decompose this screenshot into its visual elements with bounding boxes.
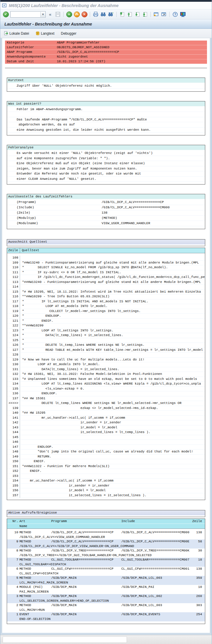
monitor-icon: [180, 12, 186, 17]
page-down-button[interactable]: [134, 11, 140, 17]
source-code-text: [20, 285, 205, 289]
find-button[interactable]: [100, 11, 106, 17]
stack-include: /GIB/CL_DCP_C_ALV=============CM00E: [121, 539, 190, 544]
source-code-text: *# Now we have to call the uc for multip…: [20, 358, 205, 362]
find-next-button[interactable]: [108, 11, 114, 17]
: [7, 544, 19, 549]
source-code-line: 156 ir_model = lr_model: [7, 488, 205, 493]
stack-name: /GIB/CL_DCP_C_ALV=>/GIB/IF_DCP_VIEW_HAND…: [19, 544, 205, 549]
trigger-location-value: (METHOD): [102, 216, 205, 221]
new-session-button[interactable]: [153, 11, 159, 17]
source-code-text: *##HW13240 - Funktionsparametrisierung a…: [20, 280, 205, 285]
source-code-text: *#HW13240 - Funktionsparametrisierung au…: [20, 261, 205, 265]
stack-name: CL_GUI_TOOLBAR=>DISPATCH: [19, 562, 205, 567]
local-file-button[interactable]: Lokale Datei: [4, 31, 29, 36]
status-bar: [0, 635, 212, 644]
source-code-line: 110* SELECT SINGLE kz_no_model FROM /gib…: [7, 265, 205, 270]
source-code-text: "don't jump into the original call_uc, c…: [20, 450, 205, 454]
stack-programm: /GIB/DCP_MAIN: [51, 576, 121, 581]
source-code-text: ir_sender = ir_sender: [20, 420, 205, 425]
trigger-location-row: (Include)/GIB/CL_DCP_C_ALV=============C…: [7, 205, 205, 210]
back-button[interactable]: «: [66, 11, 72, 17]
stack-art: METHOD: [19, 567, 51, 571]
stack-art: METHOD: [19, 603, 51, 608]
error-header-value: ABAP Programmierfehler: [57, 41, 207, 45]
call-stack-line2: LCL_MAIN=>RUN: [7, 608, 205, 613]
source-code-text: LOOP AT mt_models INTO lr_model.: [20, 362, 205, 367]
exit-button[interactable]: [74, 11, 80, 17]
source-code-text: ENDLOOP.: [20, 445, 205, 450]
line-number: 110: [7, 265, 20, 270]
error-header-label: ABAP Programm: [7, 50, 57, 54]
error-header-label: Anwendungskomponente: [7, 55, 57, 59]
first-page-button[interactable]: [119, 11, 125, 17]
call-stack-line2: END-OF-SELECTION: [7, 617, 205, 622]
line-number: 129: [7, 358, 20, 362]
: [7, 562, 19, 567]
error-summary-table: KategorieABAP ProgrammierfehlerLaufzeitf…: [5, 41, 207, 64]
column-header-zeile: Zeile: [190, 519, 205, 524]
layout-settings-button[interactable]: [180, 11, 186, 17]
collapse-toolbar-icon[interactable]: «: [47, 11, 53, 17]
source-code-line: 130 LOOP AT mt_models INTO lr_model.: [7, 362, 205, 367]
save-button[interactable]: [55, 11, 61, 17]
stack-nr: 7: [7, 558, 19, 562]
source-code-line: 117* IF lt_settings IS INITIAL AND mt_mo…: [7, 299, 205, 304]
source-code-line: 126* DELETE lt_temp_lines WHERE settings…: [7, 343, 205, 348]
call-stack-line1: 8METHOD/GIB/CL_DCP_V_TREE============CP/…: [7, 549, 205, 553]
call-stack-row: 6METHODCL_GUI_CFW====================CPC…: [7, 567, 205, 576]
source-code-line: 120* ENDLOOP.: [7, 314, 205, 319]
create-shortcut-button[interactable]: [161, 11, 167, 17]
source-code-text: *## HW 15295: [20, 411, 205, 415]
source-code-text: it_selected_lines = it_selected_lines ).: [20, 493, 205, 498]
call-stack-row: 4MODULE (PAI)/GIB/DCP_MAIN/GIB/DCP_MAIN_…: [7, 585, 205, 594]
source-code-text: [20, 353, 205, 357]
call-stack-row: 2METHOD/GIB/DCP_MAIN/GIB/DCP_MAIN_LCL_00…: [7, 603, 205, 612]
command-field[interactable]: ▼: [10, 11, 46, 18]
source-code-text: *: [20, 338, 205, 343]
call-stack-line2: LCL_MAIN=>PAI_MAIN_SCREEN: [7, 581, 205, 585]
source-code-text: it_selected_lines = lt_temp_lines ).: [20, 430, 205, 435]
system-menu-icon[interactable]: [2, 4, 6, 7]
source-code-text: **#HW10299 - Tree Info Button 05.03.2020…: [20, 294, 205, 299]
command-input[interactable]: [11, 12, 40, 17]
error-header-row: LaufzeitfehlerOBJECTS_OBJREF_NOT_ASSIGNE…: [5, 45, 207, 50]
: [7, 571, 19, 576]
page-up-button[interactable]: [127, 11, 133, 17]
stack-art: METHOD: [19, 539, 51, 544]
column-header-quelltext: Quelltext: [20, 248, 205, 253]
source-code-table: Zeile Quelltext 108109*#HW13240 - Funkti…: [7, 248, 205, 500]
column-header-art: Art: [19, 519, 51, 524]
save-icon: [55, 12, 60, 17]
call-stack-header: Nr. Art Programm Include Zeile Name: [7, 519, 205, 529]
column-header-include: Include: [121, 519, 190, 524]
text-line: Es wurde versucht mit einer 'NULL' Objek…: [7, 151, 205, 156]
longtext-button[interactable]: Langtext: [36, 31, 54, 36]
call-stack-table: Nr. Art Programm Include Zeile Name 10ME…: [7, 519, 205, 624]
source-code-text: * IF lt_settings IS INITIAL AND mt_model…: [20, 299, 205, 304]
help-button[interactable]: ?: [172, 11, 178, 17]
chevron-down-icon[interactable]: ▼: [40, 12, 45, 17]
print-button[interactable]: [92, 11, 99, 17]
stack-include: /GIB/CL_DCP_V_TREE============CM00K: [121, 549, 190, 553]
source-code-text: DATA(lt_temp_lines) = it_selected_lines.: [20, 367, 205, 372]
text-line: Fehler im ABAP-Anwendungsprogramm.: [7, 107, 205, 112]
stack-name: LCL_MAIN=>PAI_MAIN_SCREEN: [19, 581, 205, 585]
trigger-location-label: (Programm): [9, 200, 102, 205]
debugger-button[interactable]: Debugger: [61, 31, 77, 36]
line-number: 142: [7, 420, 20, 425]
enter-button[interactable]: ✓: [3, 11, 9, 17]
stack-programm: /GIB/DCP_MAIN: [51, 585, 121, 590]
source-code-text: * READ TABLE mt_models WITH KEY table_li…: [20, 348, 205, 353]
stack-nr: 9: [7, 539, 19, 544]
cancel-button[interactable]: ×: [81, 11, 87, 17]
line-number: 112: [7, 275, 20, 280]
call-stack-row: 1EVENT/GIB/DCP_MAIN/GIB/DCP_MAIN_EVENTS2…: [7, 612, 205, 621]
source-code-line: 143 ir_model = lr_model: [7, 425, 205, 430]
line-number: 155: [7, 484, 20, 488]
line-number: 152: [7, 469, 20, 474]
source-code-line: 149 RETURN.: [7, 455, 205, 459]
last-page-button[interactable]: [142, 11, 148, 17]
source-code-line: 109*#HW13240 - Funktionsparametrisierung…: [7, 261, 205, 266]
stack-nr: 6: [7, 567, 19, 571]
